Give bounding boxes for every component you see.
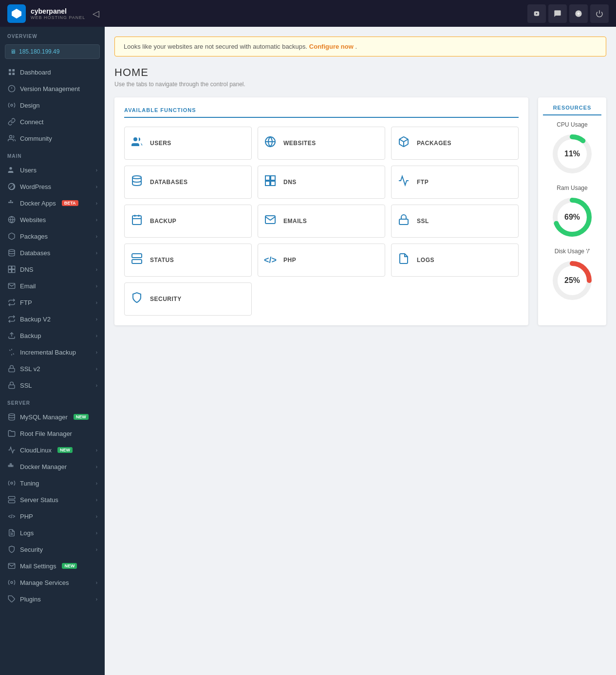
func-status[interactable]: STATUS xyxy=(124,244,252,277)
func-websites-label: WEBSITES xyxy=(283,140,316,147)
wordpress-label: WordPress xyxy=(20,183,51,190)
ram-label: Ram Usage xyxy=(543,185,601,191)
resources-card: RESOURCES CPU Usage 11% Ram Usage xyxy=(538,97,606,325)
func-emails[interactable]: EMAILS xyxy=(258,205,385,238)
func-ftp-icon xyxy=(396,175,411,189)
disk-resource: Disk Usage '/' 25% xyxy=(543,248,601,302)
page-title: HOME xyxy=(114,66,606,79)
func-websites[interactable]: WEBSITES xyxy=(258,127,385,160)
func-users-icon xyxy=(130,136,144,150)
sidebar-item-backup[interactable]: Backup › xyxy=(0,327,105,344)
sidebar-item-cloudlinux[interactable]: CloudLinux NEW › xyxy=(0,442,105,458)
sidebar-item-websites[interactable]: Websites › xyxy=(0,211,105,228)
functions-header: AVAILABLE FUNCTIONS xyxy=(124,107,519,118)
func-php-icon: </> xyxy=(263,255,278,265)
sidebar-item-ssl[interactable]: SSL › xyxy=(0,377,105,394)
func-php[interactable]: </> PHP xyxy=(258,244,385,277)
sidebar-item-docker-apps[interactable]: Docker Apps BETA › xyxy=(0,195,105,211)
wordpress-icon xyxy=(7,182,16,191)
sidebar-item-dns[interactable]: DNS › xyxy=(0,261,105,278)
ssl-label: SSL xyxy=(20,382,32,389)
cloudlinux-icon xyxy=(7,446,16,454)
functions-grid: USERS WEBSITES PACKAGES xyxy=(124,127,519,316)
sidebar-item-plugins[interactable]: Plugins › xyxy=(0,591,105,607)
sidebar-item-incremental-backup[interactable]: Incremental Backup › xyxy=(0,344,105,360)
func-dns-label: DNS xyxy=(283,179,297,186)
sidebar-item-mail-settings[interactable]: Mail Settings NEW xyxy=(0,558,105,574)
sidebar-item-tuning[interactable]: Tuning › xyxy=(0,475,105,491)
func-php-label: PHP xyxy=(283,257,296,263)
ssl-arrow: › xyxy=(96,383,97,388)
ram-donut: 69% xyxy=(550,195,594,239)
backup-v2-icon xyxy=(7,315,16,323)
sidebar-item-ftp[interactable]: FTP › xyxy=(0,294,105,311)
cpu-label: CPU Usage xyxy=(543,121,601,128)
sidebar-item-email[interactable]: Email › xyxy=(0,278,105,294)
content-row: AVAILABLE FUNCTIONS USERS WEBSITES xyxy=(114,97,606,325)
sidebar-item-server-status[interactable]: Server Status › xyxy=(0,491,105,508)
func-logs[interactable]: LOGS xyxy=(391,244,519,277)
php-label: PHP xyxy=(20,513,33,520)
sidebar-item-ssl-v2[interactable]: SSL v2 › xyxy=(0,360,105,377)
websites-icon xyxy=(7,215,16,224)
svg-rect-3 xyxy=(9,69,11,72)
ssl-v2-label: SSL v2 xyxy=(20,365,40,373)
docker-apps-icon xyxy=(7,199,16,207)
mail-settings-label: Mail Settings xyxy=(20,562,56,570)
sidebar-toggle[interactable]: ◁ xyxy=(90,6,102,21)
func-packages[interactable]: PACKAGES xyxy=(391,127,519,160)
chat-button[interactable] xyxy=(548,4,567,23)
sidebar-item-root-file-manager[interactable]: Root File Manager xyxy=(0,425,105,442)
func-databases[interactable]: DATABASES xyxy=(124,166,252,199)
alert-link[interactable]: Configure now xyxy=(309,43,354,50)
func-logs-label: LOGS xyxy=(417,257,434,263)
func-ssl-icon xyxy=(396,214,411,228)
server-label: SERVER xyxy=(0,394,105,409)
sidebar-item-manage-services[interactable]: Manage Services › xyxy=(0,574,105,591)
sidebar-item-databases[interactable]: Databases › xyxy=(0,244,105,261)
game-button[interactable] xyxy=(569,4,588,23)
svg-point-12 xyxy=(9,167,12,169)
svg-rect-34 xyxy=(8,496,15,499)
func-ftp[interactable]: FTP xyxy=(391,166,519,199)
ip-address[interactable]: 🖥 185.180.199.49 xyxy=(5,44,100,59)
sidebar-item-connect[interactable]: Connect xyxy=(0,113,105,130)
func-status-icon xyxy=(130,253,144,267)
sidebar-item-dashboard[interactable]: Dashboard xyxy=(0,64,105,80)
func-ssl[interactable]: SSL xyxy=(391,205,519,238)
ram-value: 69% xyxy=(564,213,580,222)
svg-rect-14 xyxy=(8,202,10,203)
func-backup-icon xyxy=(130,214,144,228)
sidebar-item-design[interactable]: Design xyxy=(0,97,105,113)
sidebar-item-wordpress[interactable]: WordPress › xyxy=(0,178,105,195)
cloudlinux-arrow: › xyxy=(96,448,97,453)
manage-services-label: Manage Services xyxy=(20,579,69,586)
email-label: Email xyxy=(20,282,36,290)
sidebar-item-version[interactable]: Version Management xyxy=(0,80,105,97)
connect-icon xyxy=(7,117,16,126)
sidebar-item-backup-v2[interactable]: Backup V2 › xyxy=(0,311,105,327)
incremental-backup-icon xyxy=(7,348,16,356)
func-security[interactable]: SECURITY xyxy=(124,282,252,316)
connect-label: Connect xyxy=(20,118,43,126)
sidebar-item-community[interactable]: Community xyxy=(0,130,105,147)
sidebar-item-security[interactable]: Security › xyxy=(0,541,105,558)
ssl-v2-arrow: › xyxy=(96,366,97,372)
version-icon xyxy=(7,84,16,93)
svg-rect-51 xyxy=(132,216,141,225)
func-users[interactable]: USERS xyxy=(124,127,252,160)
sidebar-item-users[interactable]: Users › xyxy=(0,162,105,178)
sidebar-item-mysql[interactable]: MySQL Manager NEW xyxy=(0,409,105,425)
sidebar-item-php[interactable]: </> PHP › xyxy=(0,508,105,525)
main-label: MAIN xyxy=(0,147,105,162)
func-backup[interactable]: BACKUP xyxy=(124,205,252,238)
func-dns[interactable]: DNS xyxy=(258,166,385,199)
func-emails-label: EMAILS xyxy=(283,218,307,225)
wp-arrow: › xyxy=(96,184,97,189)
sidebar-item-docker-manager[interactable]: Docker Manager › xyxy=(0,458,105,475)
sidebar-item-packages[interactable]: Packages › xyxy=(0,228,105,244)
sidebar-item-logs[interactable]: Logs › xyxy=(0,525,105,541)
power-button[interactable] xyxy=(590,4,609,23)
svg-rect-23 xyxy=(8,270,11,273)
youtube-button[interactable] xyxy=(527,4,546,23)
